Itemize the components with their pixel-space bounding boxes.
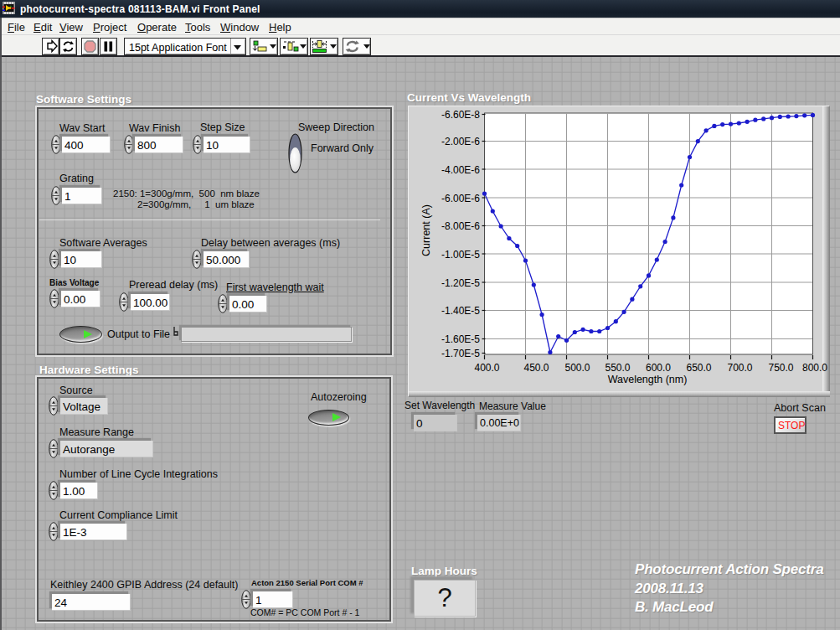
svg-text:500.0: 500.0 bbox=[565, 362, 590, 374]
svg-text:-6.60E-8: -6.60E-8 bbox=[441, 109, 480, 121]
svg-text:800.0: 800.0 bbox=[802, 362, 827, 374]
svg-text:-1.70E-5: -1.70E-5 bbox=[441, 348, 480, 359]
svg-text:-1.60E-5: -1.60E-5 bbox=[441, 333, 480, 345]
svg-text:600.0: 600.0 bbox=[646, 362, 671, 374]
svg-text:700.0: 700.0 bbox=[728, 362, 753, 374]
svg-text:-1.00E-5: -1.00E-5 bbox=[441, 249, 480, 261]
svg-text:450.0: 450.0 bbox=[524, 362, 549, 374]
svg-text:Wavelength (nm): Wavelength (nm) bbox=[608, 374, 688, 385]
svg-text:550.0: 550.0 bbox=[606, 362, 631, 374]
svg-text:-1.40E-5: -1.40E-5 bbox=[441, 305, 480, 317]
svg-text:-2.00E-6: -2.00E-6 bbox=[441, 136, 480, 147]
svg-text:750.0: 750.0 bbox=[769, 362, 794, 374]
svg-text:-6.00E-6: -6.00E-6 bbox=[441, 193, 480, 204]
svg-text:400.0: 400.0 bbox=[475, 362, 500, 374]
svg-text:-1.20E-5: -1.20E-5 bbox=[441, 277, 480, 289]
svg-text:650.0: 650.0 bbox=[687, 362, 712, 374]
svg-text:-4.00E-6: -4.00E-6 bbox=[441, 164, 480, 176]
svg-text:-8.00E-6: -8.00E-6 bbox=[441, 220, 480, 232]
svg-text:Current (A): Current (A) bbox=[420, 204, 432, 256]
